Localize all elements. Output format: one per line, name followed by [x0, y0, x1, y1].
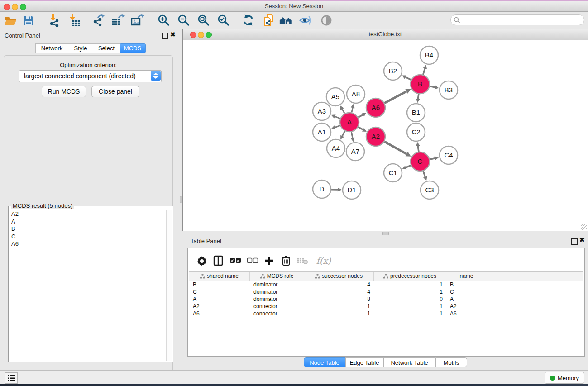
table-cell[interactable]: 4: [304, 289, 374, 295]
edge-B-B4[interactable]: [423, 69, 425, 75]
edge-A6-B[interactable]: [384, 91, 406, 103]
edge-B-B3[interactable]: [430, 86, 435, 87]
first-neighbors-button[interactable]: [279, 14, 293, 27]
tab-mcds[interactable]: MCDS: [120, 43, 146, 53]
table-cell[interactable]: 1: [304, 303, 374, 310]
graph-node-A8[interactable]: A8: [347, 85, 365, 103]
edge-A-A3[interactable]: [335, 116, 340, 119]
edge-A-A4[interactable]: [342, 131, 345, 136]
float-panel-icon[interactable]: [571, 238, 578, 245]
table-cell[interactable]: dominator: [250, 289, 304, 295]
float-panel-icon[interactable]: [162, 33, 168, 39]
search-field[interactable]: [450, 14, 584, 25]
graph-node-C2[interactable]: C2: [407, 123, 425, 141]
function-builder-button[interactable]: f(x): [314, 254, 334, 267]
edge-C-C3[interactable]: [423, 171, 425, 177]
graph-node-A3[interactable]: A3: [313, 102, 331, 120]
mcds-result-scrollbar[interactable]: [166, 210, 172, 361]
graph-node-A1[interactable]: A1: [313, 123, 331, 141]
mcds-result-item[interactable]: A6: [10, 240, 166, 248]
graph-node-A2[interactable]: A2: [366, 127, 385, 146]
import-table-button[interactable]: [68, 14, 81, 27]
clone-network-button[interactable]: [263, 14, 277, 27]
zoom-fit-button[interactable]: [197, 14, 210, 27]
mcds-result-item[interactable]: A: [10, 218, 166, 226]
table-cell[interactable]: connector: [250, 303, 304, 310]
import-network-button[interactable]: [48, 14, 62, 27]
mcds-result-item[interactable]: B: [10, 225, 166, 233]
table-cell[interactable]: 1: [374, 281, 446, 288]
select-all-columns-button[interactable]: [229, 254, 242, 267]
graph-node-A4[interactable]: A4: [327, 139, 345, 157]
column-header-predecessor-nodes[interactable]: predecessor nodes: [374, 272, 446, 281]
show-task-history-button[interactable]: [5, 372, 18, 384]
search-input[interactable]: [462, 15, 581, 24]
column-header-name[interactable]: name: [446, 272, 487, 281]
graph-node-C[interactable]: C: [411, 152, 430, 171]
window-resize-grip[interactable]: [581, 224, 587, 230]
table-cell[interactable]: A6: [189, 310, 250, 317]
table-cell[interactable]: A2: [446, 303, 487, 310]
graph-node-C4[interactable]: C4: [440, 146, 458, 164]
table-cell[interactable]: dominator: [250, 296, 304, 302]
graph-node-B[interactable]: B: [411, 75, 430, 94]
tab-edge-table[interactable]: Edge Table: [345, 357, 383, 367]
mcds-result-item[interactable]: A2: [10, 210, 166, 218]
destroy-table-button[interactable]: [296, 254, 309, 267]
export-table-button[interactable]: [111, 14, 125, 27]
table-cell[interactable]: A6: [446, 310, 487, 317]
table-cell[interactable]: C: [189, 289, 250, 295]
table-cell[interactable]: A: [446, 296, 487, 302]
tab-select[interactable]: Select: [93, 43, 120, 53]
edge-A-A1[interactable]: [335, 125, 340, 127]
graph-node-A7[interactable]: A7: [346, 143, 364, 161]
tab-network-table[interactable]: Network Table: [383, 357, 435, 367]
open-session-button[interactable]: [4, 14, 17, 27]
edge-A-A7[interactable]: [351, 132, 353, 138]
show-graphics-details-button[interactable]: [320, 14, 333, 27]
delete-column-button[interactable]: [279, 254, 293, 267]
zoom-out-button[interactable]: [177, 14, 191, 27]
refresh-view-button[interactable]: [242, 14, 255, 27]
graph-node-B3[interactable]: B3: [440, 81, 458, 99]
table-cell[interactable]: A: [189, 296, 250, 302]
table-cell[interactable]: 1: [304, 310, 374, 317]
hide-graphics-details-button[interactable]: [299, 14, 312, 27]
export-image-button[interactable]: [131, 14, 144, 27]
edge-C-C4[interactable]: [430, 158, 435, 160]
edge-C-C1[interactable]: [406, 165, 411, 167]
table-row[interactable]: Adominator80A: [189, 295, 583, 303]
tab-motifs[interactable]: Motifs: [435, 357, 467, 367]
tab-node-table[interactable]: Node Table: [304, 357, 345, 367]
close-panel-button[interactable]: Close panel: [91, 86, 139, 97]
mcds-result-list[interactable]: A2ABCA6: [10, 210, 166, 361]
table-cell[interactable]: connector: [250, 310, 304, 317]
column-header-successor-nodes[interactable]: successor nodes: [304, 272, 374, 281]
table-cell[interactable]: 8: [304, 296, 374, 302]
graph-node-B1[interactable]: B1: [407, 104, 425, 122]
table-row[interactable]: A6connector11A6: [189, 310, 583, 317]
run-mcds-button[interactable]: Run MCDS: [42, 86, 86, 97]
edge-A-A5[interactable]: [342, 109, 344, 114]
table-cell[interactable]: A2: [189, 303, 250, 310]
edge-A2-C[interactable]: [384, 142, 406, 154]
column-header-MCDS-role[interactable]: MCDS role: [250, 272, 304, 281]
graph-node-B4[interactable]: B4: [420, 46, 438, 64]
table-row[interactable]: A2connector11A2: [189, 303, 583, 310]
edge-C-C2[interactable]: [418, 146, 419, 152]
edge-A-A8[interactable]: [352, 108, 353, 112]
show-columns-button[interactable]: [211, 254, 225, 267]
column-header-shared-name[interactable]: shared name: [189, 272, 250, 281]
table-cell[interactable]: 1: [374, 303, 446, 310]
graph-node-A6[interactable]: A6: [366, 98, 385, 117]
zoom-selected-button[interactable]: [217, 14, 230, 27]
edge-A-A2[interactable]: [358, 127, 363, 130]
table-cell[interactable]: 1: [374, 289, 446, 295]
graph-node-D1[interactable]: D1: [343, 181, 361, 199]
graph-node-C3[interactable]: C3: [421, 181, 439, 199]
table-cell[interactable]: dominator: [250, 281, 304, 288]
save-session-button[interactable]: [22, 14, 35, 27]
create-column-button[interactable]: [262, 254, 276, 267]
memory-status-button[interactable]: Memory: [545, 372, 584, 384]
graph-node-A[interactable]: A: [340, 113, 359, 132]
